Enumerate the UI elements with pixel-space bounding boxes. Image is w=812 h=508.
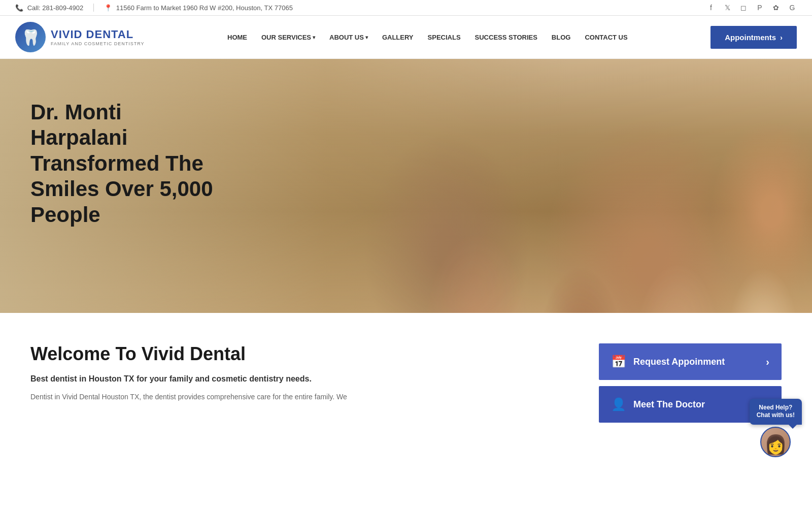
address-text: 11560 Farm to Market 1960 Rd W #200, Hou… xyxy=(116,4,293,12)
about-dropdown-arrow: ▾ xyxy=(365,35,368,40)
logo-icon: 🦷 xyxy=(15,22,46,52)
top-bar: 📞 Call: 281-809-4902 📍 11560 Farm to Mar… xyxy=(0,0,812,16)
hero-title: Dr. Monti Harpalani Transformed The Smil… xyxy=(30,100,223,228)
appointment-label: Appointments xyxy=(725,33,776,42)
cta-left-2: 👤 Meet The Doctor xyxy=(611,397,705,411)
hero-content: Dr. Monti Harpalani Transformed The Smil… xyxy=(0,59,254,268)
logo[interactable]: 🦷 VIVID DENTAL FAMILY AND COSMETIC DENTI… xyxy=(15,22,145,52)
address-link[interactable]: 📍 11560 Farm to Market 1960 Rd W #200, H… xyxy=(104,4,293,12)
top-bar-contact: 📞 Call: 281-809-4902 📍 11560 Farm to Mar… xyxy=(15,4,293,12)
welcome-title: Welcome To Vivid Dental xyxy=(30,343,436,365)
welcome-subtitle: Best dentist in Houston TX for your fami… xyxy=(30,373,436,385)
request-appointment-label: Request Appoinment xyxy=(633,357,725,367)
services-dropdown-arrow: ▾ xyxy=(313,35,315,40)
request-appointment-arrow: › xyxy=(766,356,769,368)
meet-the-doctor-label: Meet The Doctor xyxy=(633,399,705,410)
divider xyxy=(93,4,94,12)
pinterest-icon[interactable]: P xyxy=(755,3,764,12)
avatar-face: 👩 xyxy=(764,434,787,443)
welcome-section: Welcome To Vivid Dental Best dentist in … xyxy=(30,343,436,402)
appointment-button[interactable]: Appointments › xyxy=(710,26,797,49)
nav-specials[interactable]: SPECIALS xyxy=(428,34,461,41)
social-links: f 𝕏 ◻ P ✿ G xyxy=(706,3,797,12)
nav-success-stories[interactable]: SUCCESS STORIES xyxy=(475,34,537,41)
nav-home[interactable]: HOME xyxy=(227,34,247,41)
calendar-icon: 📅 xyxy=(611,355,626,369)
content-section: Welcome To Vivid Dental Best dentist in … xyxy=(0,313,812,443)
navbar: 🦷 VIVID DENTAL FAMILY AND COSMETIC DENTI… xyxy=(0,16,812,59)
chat-line2: Chat with us! xyxy=(757,411,795,419)
chat-avatar[interactable]: 👩 xyxy=(760,427,791,443)
nav-links: HOME OUR SERVICES ▾ ABOUT US ▾ GALLERY S… xyxy=(227,34,628,41)
logo-title: VIVID DENTAL xyxy=(51,28,145,41)
nav-blog[interactable]: BLOG xyxy=(552,34,571,41)
instagram-icon[interactable]: ◻ xyxy=(739,3,748,12)
nav-contact-us[interactable]: CONTACT US xyxy=(585,34,627,41)
doctor-icon: 👤 xyxy=(611,397,626,411)
nav-about-us[interactable]: ABOUT US ▾ xyxy=(329,34,368,41)
chat-widget[interactable]: Need Help? Chat with us! 👩 xyxy=(750,399,802,443)
location-icon: 📍 xyxy=(104,4,112,12)
hero-section: Dr. Monti Harpalani Transformed The Smil… xyxy=(0,59,812,313)
google-icon[interactable]: G xyxy=(788,3,797,12)
chat-bubble: Need Help? Chat with us! xyxy=(750,399,802,425)
facebook-icon[interactable]: f xyxy=(706,3,716,12)
nav-our-services[interactable]: OUR SERVICES ▾ xyxy=(261,34,315,41)
logo-subtitle: FAMILY AND COSMETIC DENTISTRY xyxy=(51,41,145,46)
nav-gallery[interactable]: GALLERY xyxy=(382,34,414,41)
tooth-icon: 🦷 xyxy=(21,28,40,46)
chat-line1: Need Help? xyxy=(759,404,792,411)
hero-people xyxy=(203,59,812,313)
cta-left: 📅 Request Appoinment xyxy=(611,355,725,369)
yelp-icon[interactable]: ✿ xyxy=(771,3,781,12)
welcome-desc: Dentist in Vivid Dental Houston TX, the … xyxy=(30,391,436,402)
phone-link[interactable]: 📞 Call: 281-809-4902 xyxy=(15,4,83,12)
phone-number: Call: 281-809-4902 xyxy=(27,4,84,12)
phone-icon: 📞 xyxy=(15,4,23,12)
request-appointment-card[interactable]: 📅 Request Appoinment › xyxy=(599,343,782,380)
logo-text: VIVID DENTAL FAMILY AND COSMETIC DENTIST… xyxy=(51,28,145,46)
twitter-icon[interactable]: 𝕏 xyxy=(723,3,732,12)
appointment-arrow: › xyxy=(780,33,783,42)
